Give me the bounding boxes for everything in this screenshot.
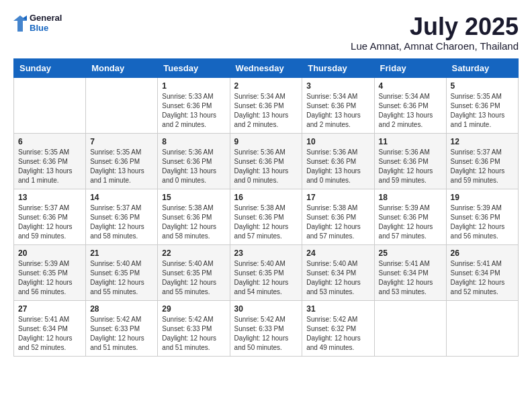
- calendar-cell: 14Sunrise: 5:37 AM Sunset: 6:36 PM Dayli…: [86, 189, 158, 244]
- day-number: 15: [162, 193, 225, 202]
- logo-text: General Blue: [30, 13, 62, 34]
- calendar-table: SundayMondayTuesdayWednesdayThursdayFrid…: [13, 58, 519, 357]
- calendar-cell: 10Sunrise: 5:36 AM Sunset: 6:36 PM Dayli…: [302, 133, 374, 189]
- calendar-cell: 23Sunrise: 5:40 AM Sunset: 6:35 PM Dayli…: [230, 244, 302, 300]
- day-number: 12: [451, 137, 514, 146]
- logo-bird-icon: [13, 15, 27, 32]
- calendar-cell: [86, 77, 158, 133]
- day-number: 22: [162, 248, 225, 258]
- day-number: 11: [379, 137, 442, 146]
- day-info: Sunrise: 5:40 AM Sunset: 6:35 PM Dayligh…: [162, 259, 225, 297]
- calendar-cell: 12Sunrise: 5:37 AM Sunset: 6:36 PM Dayli…: [446, 133, 518, 189]
- month-title: July 2025: [351, 13, 519, 40]
- calendar-cell: 22Sunrise: 5:40 AM Sunset: 6:35 PM Dayli…: [158, 244, 230, 300]
- calendar-cell: 21Sunrise: 5:40 AM Sunset: 6:35 PM Dayli…: [86, 244, 158, 300]
- day-number: 13: [18, 193, 81, 202]
- calendar-cell: 2Sunrise: 5:34 AM Sunset: 6:36 PM Daylig…: [230, 77, 302, 133]
- day-number: 16: [234, 193, 298, 202]
- day-number: 19: [451, 193, 514, 202]
- day-number: 6: [18, 137, 81, 146]
- title-block: July 2025 Lue Amnat, Amnat Charoen, Thai…: [351, 13, 519, 52]
- calendar-cell: 17Sunrise: 5:38 AM Sunset: 6:36 PM Dayli…: [302, 189, 374, 244]
- day-info: Sunrise: 5:37 AM Sunset: 6:36 PM Dayligh…: [18, 203, 81, 241]
- calendar-cell: 25Sunrise: 5:41 AM Sunset: 6:34 PM Dayli…: [374, 244, 446, 300]
- weekday-header-wednesday: Wednesday: [230, 58, 302, 77]
- logo-blue: Blue: [30, 24, 62, 34]
- day-number: 7: [90, 137, 153, 146]
- calendar-week-2: 6Sunrise: 5:35 AM Sunset: 6:36 PM Daylig…: [14, 133, 519, 189]
- weekday-header-tuesday: Tuesday: [158, 58, 230, 77]
- day-number: 30: [234, 304, 298, 314]
- calendar-cell: 27Sunrise: 5:41 AM Sunset: 6:34 PM Dayli…: [14, 300, 86, 356]
- calendar-cell: 15Sunrise: 5:38 AM Sunset: 6:36 PM Dayli…: [158, 189, 230, 244]
- day-info: Sunrise: 5:36 AM Sunset: 6:36 PM Dayligh…: [379, 148, 442, 185]
- day-number: 28: [90, 304, 153, 314]
- calendar-cell: [374, 300, 446, 356]
- calendar-cell: 19Sunrise: 5:39 AM Sunset: 6:36 PM Dayli…: [446, 189, 518, 244]
- day-number: 5: [451, 81, 514, 91]
- calendar-week-4: 20Sunrise: 5:39 AM Sunset: 6:35 PM Dayli…: [14, 244, 519, 300]
- calendar-cell: 5Sunrise: 5:35 AM Sunset: 6:36 PM Daylig…: [446, 77, 518, 133]
- day-info: Sunrise: 5:35 AM Sunset: 6:36 PM Dayligh…: [90, 148, 153, 185]
- calendar-cell: 1Sunrise: 5:33 AM Sunset: 6:36 PM Daylig…: [158, 77, 230, 133]
- day-info: Sunrise: 5:40 AM Sunset: 6:34 PM Dayligh…: [306, 259, 369, 297]
- day-info: Sunrise: 5:42 AM Sunset: 6:33 PM Dayligh…: [162, 315, 225, 353]
- day-number: 8: [162, 137, 225, 146]
- day-info: Sunrise: 5:36 AM Sunset: 6:36 PM Dayligh…: [234, 148, 298, 185]
- day-number: 25: [379, 248, 442, 258]
- day-number: 29: [162, 304, 225, 314]
- day-number: 1: [162, 81, 225, 91]
- day-number: 27: [18, 304, 81, 314]
- calendar-cell: 13Sunrise: 5:37 AM Sunset: 6:36 PM Dayli…: [14, 189, 86, 244]
- day-number: 24: [306, 248, 369, 258]
- day-number: 2: [234, 81, 298, 91]
- day-info: Sunrise: 5:34 AM Sunset: 6:36 PM Dayligh…: [234, 92, 298, 130]
- calendar-cell: 16Sunrise: 5:38 AM Sunset: 6:36 PM Dayli…: [230, 189, 302, 244]
- day-number: 31: [306, 304, 369, 314]
- day-number: 10: [306, 137, 369, 146]
- location-title: Lue Amnat, Amnat Charoen, Thailand: [351, 40, 519, 52]
- weekday-header-monday: Monday: [86, 58, 158, 77]
- calendar-cell: 28Sunrise: 5:42 AM Sunset: 6:33 PM Dayli…: [86, 300, 158, 356]
- day-number: 14: [90, 193, 153, 202]
- day-info: Sunrise: 5:34 AM Sunset: 6:36 PM Dayligh…: [379, 92, 442, 130]
- day-info: Sunrise: 5:33 AM Sunset: 6:36 PM Dayligh…: [162, 92, 225, 130]
- calendar-cell: 11Sunrise: 5:36 AM Sunset: 6:36 PM Dayli…: [374, 133, 446, 189]
- day-number: 9: [234, 137, 298, 146]
- logo-graphic: General Blue: [13, 13, 62, 34]
- calendar-cell: 6Sunrise: 5:35 AM Sunset: 6:36 PM Daylig…: [14, 133, 86, 189]
- day-info: Sunrise: 5:42 AM Sunset: 6:32 PM Dayligh…: [306, 315, 369, 353]
- day-info: Sunrise: 5:39 AM Sunset: 6:35 PM Dayligh…: [18, 259, 81, 297]
- day-info: Sunrise: 5:38 AM Sunset: 6:36 PM Dayligh…: [162, 203, 225, 241]
- day-info: Sunrise: 5:37 AM Sunset: 6:36 PM Dayligh…: [451, 148, 514, 185]
- day-number: 26: [451, 248, 514, 258]
- calendar-cell: 24Sunrise: 5:40 AM Sunset: 6:34 PM Dayli…: [302, 244, 374, 300]
- day-number: 4: [379, 81, 442, 91]
- calendar-cell: 3Sunrise: 5:34 AM Sunset: 6:36 PM Daylig…: [302, 77, 374, 133]
- day-info: Sunrise: 5:40 AM Sunset: 6:35 PM Dayligh…: [234, 259, 298, 297]
- day-info: Sunrise: 5:41 AM Sunset: 6:34 PM Dayligh…: [379, 259, 442, 297]
- day-info: Sunrise: 5:40 AM Sunset: 6:35 PM Dayligh…: [90, 259, 153, 297]
- day-info: Sunrise: 5:42 AM Sunset: 6:33 PM Dayligh…: [90, 315, 153, 353]
- calendar-week-1: 1Sunrise: 5:33 AM Sunset: 6:36 PM Daylig…: [14, 77, 519, 133]
- day-info: Sunrise: 5:41 AM Sunset: 6:34 PM Dayligh…: [451, 259, 514, 297]
- calendar-week-5: 27Sunrise: 5:41 AM Sunset: 6:34 PM Dayli…: [14, 300, 519, 356]
- calendar-cell: 7Sunrise: 5:35 AM Sunset: 6:36 PM Daylig…: [86, 133, 158, 189]
- day-info: Sunrise: 5:37 AM Sunset: 6:36 PM Dayligh…: [90, 203, 153, 241]
- calendar-cell: 26Sunrise: 5:41 AM Sunset: 6:34 PM Dayli…: [446, 244, 518, 300]
- weekday-header-friday: Friday: [374, 58, 446, 77]
- calendar-cell: 18Sunrise: 5:39 AM Sunset: 6:36 PM Dayli…: [374, 189, 446, 244]
- day-number: 23: [234, 248, 298, 258]
- day-info: Sunrise: 5:36 AM Sunset: 6:36 PM Dayligh…: [162, 148, 225, 185]
- calendar-week-3: 13Sunrise: 5:37 AM Sunset: 6:36 PM Dayli…: [14, 189, 519, 244]
- day-info: Sunrise: 5:36 AM Sunset: 6:36 PM Dayligh…: [306, 148, 369, 185]
- logo-general: General: [30, 13, 62, 24]
- day-info: Sunrise: 5:38 AM Sunset: 6:36 PM Dayligh…: [234, 203, 298, 241]
- page-header: General Blue July 2025 Lue Amnat, Amnat …: [13, 13, 519, 52]
- weekday-header-row: SundayMondayTuesdayWednesdayThursdayFrid…: [14, 58, 519, 77]
- weekday-header-sunday: Sunday: [14, 58, 86, 77]
- day-info: Sunrise: 5:39 AM Sunset: 6:36 PM Dayligh…: [451, 203, 514, 241]
- calendar-cell: 20Sunrise: 5:39 AM Sunset: 6:35 PM Dayli…: [14, 244, 86, 300]
- calendar-cell: 4Sunrise: 5:34 AM Sunset: 6:36 PM Daylig…: [374, 77, 446, 133]
- day-number: 18: [379, 193, 442, 202]
